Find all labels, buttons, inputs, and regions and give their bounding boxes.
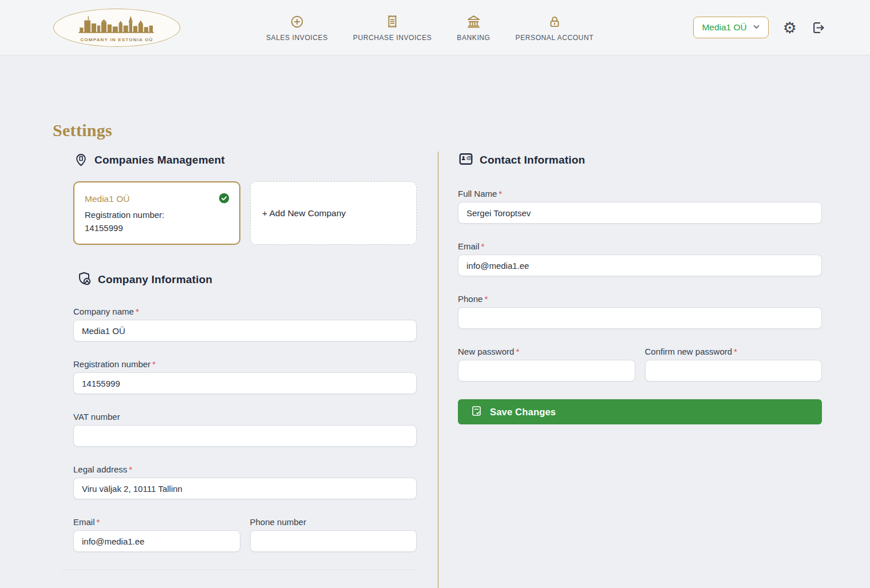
- company-information-header: Company Information: [73, 271, 417, 288]
- field-registration-number: Registration number*: [73, 359, 417, 394]
- field-contact-email: Email*: [458, 241, 822, 276]
- nav-item-purchase-invoices[interactable]: PURCHASE INVOICES: [353, 14, 432, 42]
- field-contact-phone: Phone*: [458, 294, 822, 329]
- contact-email-input[interactable]: [458, 255, 822, 276]
- registration-label: Registration number:: [85, 208, 229, 221]
- email-phone-row: Email* Phone number: [73, 517, 417, 570]
- field-confirm-new-password: Confirm new password*: [645, 347, 822, 382]
- settings-gear-icon[interactable]: ⚙: [783, 20, 797, 35]
- field-label: Email*: [458, 241, 822, 251]
- lock-icon: [547, 14, 562, 30]
- full-name-input[interactable]: [458, 202, 822, 224]
- field-vat-number: VAT number: [73, 412, 417, 447]
- contact-column: @ Contact Information Full Name* Email* …: [458, 152, 822, 588]
- top-right-controls: Media1 OÜ ⚙: [693, 17, 825, 38]
- field-label: VAT number: [73, 412, 417, 422]
- field-legal-address: Legal address*: [73, 464, 417, 499]
- companies-management-header: Companies Management: [73, 152, 417, 169]
- save-changes-button[interactable]: Save Changes: [458, 399, 822, 424]
- nav-label: PURCHASE INVOICES: [353, 34, 432, 42]
- map-pin-building-icon: [73, 152, 89, 169]
- field-phone-number: Phone number: [250, 517, 417, 552]
- main-nav: SALES INVOICES PURCHASE INVOICES BANKI: [266, 14, 594, 42]
- check-circle-icon: [218, 192, 230, 206]
- section-title: Contact Information: [480, 154, 585, 166]
- required-asterisk: *: [516, 347, 519, 356]
- save-note-icon: [470, 405, 483, 419]
- company-cards: Media1 OÜ Registration number: 14155999 …: [73, 181, 417, 245]
- registration-number: 14155999: [85, 221, 229, 235]
- add-new-company-button[interactable]: + Add New Company: [250, 181, 417, 245]
- required-asterisk: *: [97, 517, 100, 527]
- save-changes-label: Save Changes: [490, 407, 556, 418]
- required-asterisk: *: [136, 307, 139, 316]
- legal-address-input[interactable]: [73, 478, 417, 499]
- field-label: Company name*: [73, 307, 417, 316]
- section-divider: [62, 570, 417, 570]
- nav-label: SALES INVOICES: [266, 34, 328, 42]
- company-column: Companies Management Media1 OÜ Registrat…: [73, 152, 417, 588]
- registration-number-input[interactable]: [73, 372, 417, 394]
- field-label: Phone*: [458, 294, 822, 304]
- required-asterisk: *: [734, 347, 737, 356]
- new-password-input[interactable]: [458, 360, 635, 382]
- company-selector-value: Media1 OÜ: [702, 22, 746, 33]
- company-email-input[interactable]: [73, 530, 240, 552]
- field-label: Legal address*: [73, 464, 417, 474]
- required-asterisk: *: [499, 189, 502, 198]
- field-label: New password*: [458, 347, 635, 356]
- company-name-input[interactable]: [73, 320, 417, 341]
- company-card-selected[interactable]: Media1 OÜ Registration number: 14155999: [73, 181, 240, 245]
- field-label: Registration number*: [73, 359, 417, 369]
- vat-number-input[interactable]: [73, 425, 417, 447]
- company-card-name: Media1 OÜ: [85, 194, 229, 204]
- bank-icon: [466, 14, 481, 30]
- section-title: Company Information: [98, 273, 212, 286]
- confirm-new-password-input[interactable]: [645, 360, 822, 382]
- receipt-icon: [385, 14, 400, 30]
- company-logo[interactable]: COMPANY IN ESTONIA OÜ: [53, 9, 180, 47]
- column-divider: [438, 152, 438, 588]
- logo-caption: COMPANY IN ESTONIA OÜ: [80, 37, 153, 42]
- svg-text:@: @: [466, 154, 472, 161]
- nav-item-banking[interactable]: BANKING: [457, 14, 490, 42]
- top-navigation-bar: COMPANY IN ESTONIA OÜ SALES INVOICES PUR…: [0, 0, 870, 55]
- company-card-registration: Registration number: 14155999: [85, 208, 229, 235]
- field-label: Phone number: [250, 517, 417, 527]
- chevron-down-icon: [753, 22, 760, 33]
- phone-number-input[interactable]: [250, 530, 417, 552]
- plus-circle-icon: [290, 14, 304, 30]
- field-company-name: Company name*: [73, 307, 417, 341]
- required-asterisk: *: [152, 359, 156, 369]
- required-asterisk: *: [129, 464, 132, 474]
- password-row: New password* Confirm new password*: [458, 347, 822, 399]
- field-new-password: New password*: [458, 347, 635, 382]
- field-full-name: Full Name*: [458, 189, 822, 224]
- contact-card-icon: @: [458, 151, 474, 169]
- shield-person-icon: [76, 271, 92, 289]
- required-asterisk: *: [484, 294, 488, 304]
- settings-content: Companies Management Media1 OÜ Registrat…: [0, 152, 870, 588]
- contact-information-header: @ Contact Information: [458, 152, 822, 169]
- page-title: Settings: [53, 121, 870, 140]
- add-new-company-label: + Add New Company: [262, 208, 405, 218]
- logout-icon[interactable]: [811, 21, 825, 35]
- field-label: Confirm new password*: [645, 347, 822, 356]
- nav-item-sales-invoices[interactable]: SALES INVOICES: [266, 14, 328, 42]
- contact-phone-input[interactable]: [458, 307, 822, 329]
- required-asterisk: *: [481, 241, 485, 251]
- company-selector-dropdown[interactable]: Media1 OÜ: [693, 17, 768, 38]
- city-skyline-icon: [74, 13, 160, 36]
- nav-label: BANKING: [457, 34, 490, 42]
- field-label: Full Name*: [458, 189, 822, 198]
- field-company-email: Email*: [73, 517, 240, 552]
- nav-label: PERSONAL ACCOUNT: [516, 34, 594, 42]
- nav-item-personal-account[interactable]: PERSONAL ACCOUNT: [516, 14, 594, 42]
- section-title: Companies Management: [94, 154, 225, 166]
- field-label: Email*: [73, 517, 240, 527]
